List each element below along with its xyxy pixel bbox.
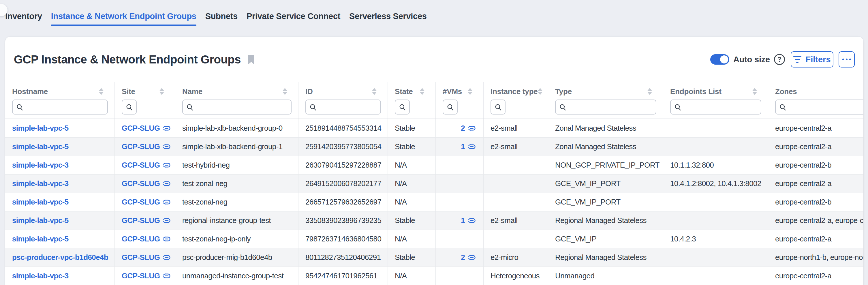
cell-site: GCP-SLUG bbox=[115, 193, 175, 211]
filters-button[interactable]: Filters bbox=[791, 51, 833, 67]
cell-instance_type: Heterogeneous bbox=[484, 267, 548, 285]
sort-control-vms[interactable] bbox=[468, 88, 472, 95]
vms-link[interactable]: 1 bbox=[461, 216, 476, 225]
cell-type: NON_GCP_PRIVATE_IP_PORT bbox=[548, 156, 663, 174]
hostname-link[interactable]: simple-lab-vpc-5 bbox=[12, 142, 69, 151]
cell-text-state: Stable bbox=[395, 142, 415, 151]
cell-text-name: simple-lab-xlb-backend-group-1 bbox=[182, 142, 283, 151]
cell-vms: 2 bbox=[436, 248, 484, 266]
help-icon[interactable]: ? bbox=[774, 54, 785, 65]
sort-control-instance_type[interactable] bbox=[538, 88, 542, 95]
search-input-endpoints[interactable] bbox=[682, 101, 761, 113]
cell-text-state: Stable bbox=[395, 124, 415, 133]
cell-text-instance_type: e2-small bbox=[491, 142, 517, 151]
cell-text-zones: europe-north1-b, europe-nor bbox=[775, 253, 863, 262]
column-header-vms: #VMs bbox=[436, 82, 484, 119]
site-link[interactable]: GCP-SLUG bbox=[122, 272, 171, 280]
vms-link[interactable]: 2 bbox=[461, 124, 476, 133]
cell-endpoints: 10.4.2.3 bbox=[663, 230, 768, 248]
cell-text-id: 954247461701962561 bbox=[305, 272, 377, 280]
column-header-type: Type bbox=[548, 82, 663, 119]
search-input-site[interactable] bbox=[122, 99, 137, 115]
cell-site: GCP-SLUG bbox=[115, 156, 175, 174]
cell-name: unmanaged-instance-group-test bbox=[175, 267, 299, 285]
sort-control-endpoints[interactable] bbox=[752, 88, 757, 95]
cell-hostname: simple-lab-vpc-5 bbox=[5, 212, 115, 230]
search-input-instance_type[interactable] bbox=[491, 99, 505, 115]
tab-inventory[interactable]: Inventory bbox=[5, 11, 42, 26]
search-input-zones[interactable] bbox=[787, 101, 863, 113]
site-link[interactable]: GCP-SLUG bbox=[122, 179, 171, 188]
bookmark-icon[interactable] bbox=[247, 55, 255, 65]
cell-name: regional-instance-group-test bbox=[175, 212, 299, 230]
cell-type: Regional Managed Stateless bbox=[548, 248, 663, 266]
cell-text-instance_type: Heterogeneous bbox=[491, 272, 539, 280]
site-link[interactable]: GCP-SLUG bbox=[122, 161, 171, 169]
cell-text-name: test-hybrid-neg bbox=[182, 161, 229, 169]
hostname-link[interactable]: simple-lab-vpc-3 bbox=[12, 179, 69, 188]
cell-vms bbox=[436, 175, 484, 193]
vms-link[interactable]: 1 bbox=[461, 142, 476, 151]
search-input-hostname[interactable] bbox=[24, 101, 107, 113]
cell-text-zones: europe-central2-a bbox=[775, 272, 831, 280]
cell-id: 8011282735120406291 bbox=[299, 248, 388, 266]
auto-size-toggle[interactable] bbox=[710, 54, 729, 65]
cell-vms: 1 bbox=[436, 137, 484, 156]
table-row: simple-lab-vpc-5GCP-SLUGtest-zonal-neg26… bbox=[5, 193, 863, 212]
site-link[interactable]: GCP-SLUG bbox=[122, 234, 171, 244]
more-options-button[interactable] bbox=[839, 51, 855, 67]
sort-control-id[interactable] bbox=[372, 88, 377, 95]
cell-hostname: simple-lab-vpc-5 bbox=[5, 137, 115, 156]
search-input-type[interactable] bbox=[567, 101, 656, 113]
sort-control-site[interactable] bbox=[159, 88, 164, 95]
cell-type: Unmanaged bbox=[548, 267, 663, 285]
sort-control-name[interactable] bbox=[283, 88, 287, 95]
cell-endpoints bbox=[663, 212, 768, 230]
vms-link[interactable]: 2 bbox=[461, 253, 476, 262]
sort-control-type[interactable] bbox=[647, 88, 652, 95]
cell-vms: 1 bbox=[436, 212, 484, 230]
cell-text-id: 3350839023896739235 bbox=[305, 216, 381, 225]
hostname-link[interactable]: simple-lab-vpc-5 bbox=[12, 198, 69, 207]
tab-subnets[interactable]: Subnets bbox=[205, 11, 238, 26]
sort-control-hostname[interactable] bbox=[99, 88, 103, 95]
cell-instance_type bbox=[484, 175, 548, 193]
site-link[interactable]: GCP-SLUG bbox=[122, 216, 171, 225]
site-link[interactable]: GCP-SLUG bbox=[122, 142, 171, 151]
site-link[interactable]: GCP-SLUG bbox=[122, 253, 171, 262]
tab-private-service-connect[interactable]: Private Service Connect bbox=[247, 11, 340, 26]
hostname-link[interactable]: simple-lab-vpc-5 bbox=[12, 124, 69, 133]
cell-vms bbox=[436, 193, 484, 211]
hostname-link[interactable]: simple-lab-vpc-5 bbox=[12, 234, 69, 244]
column-label-id: ID bbox=[305, 87, 313, 96]
cell-zones: europe-central2-a bbox=[768, 119, 863, 137]
hostname-link[interactable]: simple-lab-vpc-3 bbox=[12, 272, 69, 280]
hostname-link[interactable]: simple-lab-vpc-3 bbox=[12, 161, 69, 169]
search-input-name[interactable] bbox=[194, 101, 291, 113]
tab-instance-network-endpoint-groups[interactable]: Instance & Network Endpoint Groups bbox=[51, 11, 196, 26]
link-icon bbox=[162, 273, 171, 279]
hostname-link[interactable]: psc-producer-vpc-b1d60e4b bbox=[12, 253, 108, 262]
cell-text-endpoints: 10.1.1.32:800 bbox=[670, 161, 714, 169]
link-icon bbox=[467, 218, 476, 224]
cell-type: GCE_VM_IP bbox=[548, 230, 663, 248]
cell-text-id: 2591420395773805054 bbox=[305, 142, 381, 151]
search-input-id[interactable] bbox=[317, 101, 380, 113]
cell-text-type: GCE_VM_IP_PORT bbox=[555, 179, 621, 188]
cell-text-id: 8011282735120406291 bbox=[305, 253, 381, 262]
hostname-link[interactable]: simple-lab-vpc-5 bbox=[12, 216, 69, 225]
filter-icon bbox=[793, 56, 801, 63]
column-header-hostname: Hostname bbox=[5, 82, 115, 119]
gcp-groups-card: GCP Instance & Network Endpoint Groups A… bbox=[5, 37, 863, 285]
column-label-vms: #VMs bbox=[443, 87, 462, 96]
sort-control-state[interactable] bbox=[420, 88, 425, 95]
cell-site: GCP-SLUG bbox=[115, 137, 175, 156]
cell-id: 3350839023896739235 bbox=[299, 212, 388, 230]
site-link[interactable]: GCP-SLUG bbox=[122, 124, 171, 133]
link-icon bbox=[162, 236, 171, 242]
search-input-state[interactable] bbox=[395, 99, 410, 115]
site-link[interactable]: GCP-SLUG bbox=[122, 198, 171, 207]
cell-text-type: GCE_VM_IP_PORT bbox=[555, 198, 621, 207]
tab-serverless-services[interactable]: Serverless Services bbox=[349, 11, 427, 26]
search-input-vms[interactable] bbox=[443, 99, 458, 115]
